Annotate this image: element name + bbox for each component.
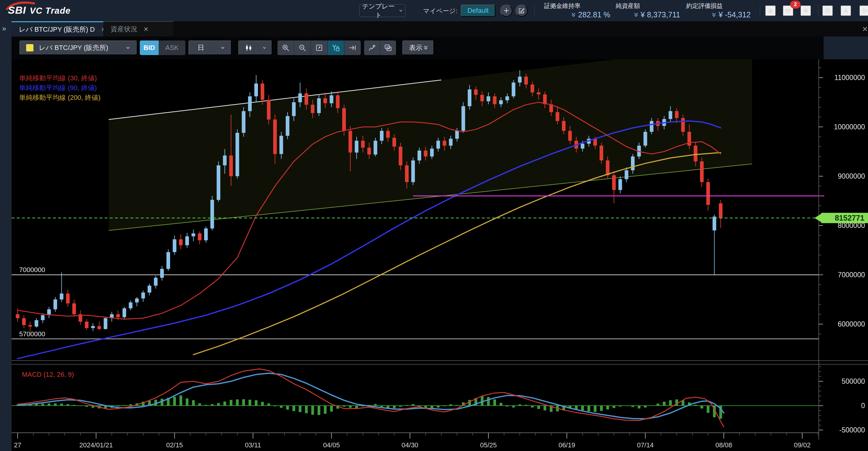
symbol-color-swatch bbox=[26, 44, 33, 51]
chart-type-dropdown[interactable] bbox=[238, 40, 272, 55]
date-tick-label: 27 bbox=[14, 441, 21, 449]
horizontal-line-label: 5700000 bbox=[19, 330, 45, 338]
macd-pane[interactable] bbox=[11, 369, 819, 427]
gear-icon bbox=[803, 6, 808, 15]
date-tick-label: 08/08 bbox=[715, 441, 732, 449]
tab-close-icon[interactable]: ✕ bbox=[144, 26, 149, 33]
mypage-default-button[interactable]: Default bbox=[461, 5, 495, 17]
tab-assets[interactable]: 資産状況 ✕ bbox=[103, 21, 173, 36]
home-button[interactable] bbox=[765, 5, 776, 16]
double-chevron-down-icon[interactable] bbox=[571, 12, 576, 18]
metric-value: 282.81 % bbox=[578, 10, 610, 19]
y-axis-lock-button[interactable] bbox=[327, 40, 344, 55]
account-button[interactable] bbox=[841, 5, 851, 16]
price-axis[interactable]: 1100000010000000900000080000007000000600… bbox=[819, 59, 865, 440]
tab-chart-btcjpy[interactable]: レバ BTC/JPY (販売所) D ✕ bbox=[11, 21, 103, 36]
period-dropdown[interactable]: 日 bbox=[188, 40, 231, 55]
top-bar: SBI VC Trade テンプレート マイページ: Default 証拠金維持… bbox=[0, 0, 868, 21]
expand-panel-icon[interactable]: » bbox=[2, 24, 6, 33]
date-tick-label: 07/14 bbox=[637, 441, 654, 449]
mypage-label: マイページ: bbox=[423, 7, 457, 15]
compare-charts-icon bbox=[384, 44, 392, 52]
help-icon bbox=[825, 6, 830, 15]
template-dropdown[interactable]: テンプレート bbox=[359, 4, 405, 17]
divider bbox=[818, 5, 818, 16]
price-tick-label: 10000000 bbox=[834, 123, 865, 131]
plus-icon bbox=[503, 7, 510, 15]
go-to-latest-button[interactable] bbox=[344, 40, 361, 55]
mail-icon bbox=[785, 6, 791, 15]
price-tick-label: 7000000 bbox=[838, 271, 865, 279]
y-lock-icon bbox=[332, 44, 340, 52]
macd-signal-line bbox=[18, 373, 724, 419]
toolbar-right-filler bbox=[824, 36, 868, 59]
symbol-dropdown[interactable]: レバ BTC/JPY (販売所) bbox=[20, 40, 137, 55]
period-label: 日 bbox=[197, 43, 204, 52]
double-chevron-down-icon[interactable] bbox=[633, 12, 639, 18]
divider bbox=[534, 5, 535, 16]
macd-legend[interactable]: MACD (12, 26, 9) bbox=[22, 371, 74, 378]
sma-legend-0[interactable]: 単純移動平均線 (30, 終値) bbox=[19, 74, 97, 82]
date-tick-label: 03/11 bbox=[245, 441, 261, 449]
date-tick-label: 04/05 bbox=[323, 441, 340, 449]
chevron-down-icon bbox=[220, 45, 225, 51]
arrow-to-end-icon bbox=[348, 44, 357, 52]
edit-page-button[interactable] bbox=[516, 5, 528, 17]
metric-label: 純資産額 bbox=[616, 2, 640, 9]
chevron-down-icon bbox=[262, 45, 267, 50]
zoom-out-button[interactable] bbox=[294, 40, 311, 55]
time-axis[interactable]: 272024/01/2102/1503/1104/0504/3005/2506/… bbox=[11, 433, 819, 449]
ask-button[interactable]: ASK bbox=[159, 40, 185, 55]
edit-icon bbox=[518, 7, 525, 15]
current-price-badge: 8152771 bbox=[814, 213, 868, 223]
logout-icon bbox=[862, 6, 867, 15]
zoom-tool-group bbox=[277, 40, 361, 55]
add-indicator-button[interactable] bbox=[364, 40, 380, 55]
home-icon bbox=[768, 6, 773, 15]
panel-close-icon[interactable]: ✕ bbox=[862, 25, 868, 33]
date-tick-label: 04/30 bbox=[401, 441, 418, 449]
app-logo: SBI VC Trade bbox=[8, 4, 70, 16]
settings-button[interactable] bbox=[801, 5, 811, 16]
chevron-down-icon bbox=[398, 8, 403, 13]
divider bbox=[760, 5, 760, 16]
help-button[interactable] bbox=[823, 5, 833, 16]
logout-button[interactable] bbox=[860, 5, 868, 16]
date-tick-label: 09/02 bbox=[794, 441, 811, 449]
chevron-down-icon bbox=[125, 45, 131, 51]
macd-tick-label: 0 bbox=[861, 402, 865, 410]
zoom-in-button[interactable] bbox=[277, 40, 294, 55]
sma-legend-1[interactable]: 単純移動平均線 (90, 終値) bbox=[19, 84, 97, 92]
date-tick-label: 05/25 bbox=[480, 441, 497, 449]
sma-legend-2[interactable]: 単純移動平均線 (200, 終値) bbox=[19, 94, 101, 101]
date-tick-label: 2024/01/21 bbox=[79, 441, 113, 449]
price-tick-label: 11000000 bbox=[834, 74, 865, 82]
display-options-dropdown[interactable]: 表示 bbox=[402, 40, 434, 55]
zoom-out-icon bbox=[298, 44, 307, 52]
fit-screen-icon bbox=[315, 44, 323, 52]
trend-channel-fill bbox=[108, 59, 752, 230]
chart-toolbar: レバ BTC/JPY (販売所) BID ASK 日 bbox=[11, 36, 824, 59]
macd-tick-label: -500000 bbox=[839, 426, 865, 434]
date-tick-label: 02/15 bbox=[166, 441, 183, 449]
template-label: テンプレート bbox=[361, 2, 395, 19]
brand-bold: SBI bbox=[8, 4, 26, 16]
person-icon bbox=[843, 6, 848, 15]
price-tick-label: 6000000 bbox=[838, 320, 865, 328]
double-chevron-down-icon[interactable] bbox=[711, 12, 717, 18]
chart-area[interactable]: 7000000570000011000000100000009000000800… bbox=[11, 59, 868, 451]
price-chart-canvas[interactable]: 7000000570000011000000100000009000000800… bbox=[11, 59, 868, 451]
macd-tick-label: 500000 bbox=[842, 377, 865, 385]
horizontal-line-label: 7000000 bbox=[19, 266, 45, 274]
compare-chart-button[interactable] bbox=[380, 40, 396, 55]
indicator-tool-group bbox=[364, 40, 396, 55]
zoom-in-icon bbox=[281, 44, 290, 52]
sbi-vc-trade-app: { "app": {"brand_bold": "SBI", "brand_re… bbox=[0, 0, 868, 451]
price-pane[interactable]: 70000005700000 bbox=[11, 59, 819, 359]
fit-chart-button[interactable] bbox=[311, 40, 327, 55]
tab-label: レバ BTC/JPY (販売所) D bbox=[19, 25, 95, 34]
metric-value: ¥ -54,312 bbox=[718, 10, 751, 19]
tab-bar: レバ BTC/JPY (販売所) D ✕ 資産状況 ✕ ✕ bbox=[0, 21, 868, 36]
add-page-button[interactable] bbox=[500, 5, 513, 17]
bid-button[interactable]: BID bbox=[140, 40, 159, 55]
